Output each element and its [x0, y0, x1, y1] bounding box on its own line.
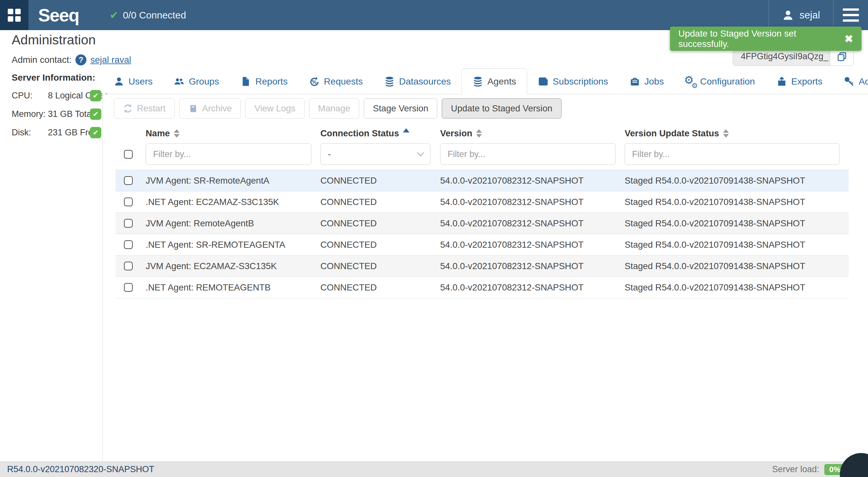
column-header-connection-status[interactable]: Connection Status	[320, 128, 440, 139]
table-filter-row: -	[116, 143, 848, 165]
table-row[interactable]: .NET Agent: EC2AMAZ-S3C135KCONNECTED54.0…	[116, 191, 848, 213]
table-row[interactable]: JVM Agent: SR-RemoteAgentACONNECTED54.0.…	[116, 170, 848, 191]
tab-requests[interactable]: %Requests	[299, 68, 373, 94]
restart-button: Restart	[114, 98, 175, 119]
version-cell: 54.0.0-v202107082312-SNAPSHOT	[440, 176, 625, 186]
column-header-version-update-status[interactable]: Version Update Status	[625, 128, 848, 139]
user-icon	[114, 76, 124, 87]
button-label: Archive	[202, 103, 232, 114]
copy-icon	[836, 51, 847, 62]
manage-button: Manage	[309, 98, 359, 119]
update-to-staged-version-button[interactable]: Update to Staged Version	[442, 98, 561, 119]
table-body: JVM Agent: SR-RemoteAgentACONNECTED54.0.…	[116, 170, 848, 298]
agent-name-cell: JVM Agent: EC2AMAZ-S3C135K	[146, 261, 320, 271]
tab-exports[interactable]: Exports	[766, 68, 833, 94]
user-icon	[782, 9, 794, 21]
button-label: Update to Staged Version	[451, 103, 552, 114]
version-update-status-cell: Staged R54.0.0-v202107091438-SNAPSHOT	[625, 176, 848, 186]
admin-contact-label: Admin contact:	[12, 55, 71, 65]
chevron-down-icon	[417, 149, 424, 157]
version-filter-input[interactable]	[440, 144, 616, 165]
version-cell: 54.0.0-v202107082312-SNAPSHOT	[440, 240, 625, 250]
version-update-status-cell: Staged R54.0.0-v202107091438-SNAPSHOT	[625, 282, 848, 293]
connection-status-cell: CONNECTED	[320, 240, 440, 250]
sort-icon	[174, 129, 180, 138]
close-icon[interactable]: ✖	[838, 33, 853, 45]
tab-jobs[interactable]: Jobs	[619, 68, 675, 94]
tab-users[interactable]: Users	[103, 68, 163, 94]
row-checkbox[interactable]	[124, 283, 133, 292]
name-filter-input[interactable]	[146, 144, 311, 165]
archive-icon	[188, 103, 198, 113]
page-title: Administration	[12, 32, 96, 48]
database-icon	[384, 76, 395, 87]
tab-access-keys[interactable]: Access Keys	[833, 68, 868, 94]
column-header-name[interactable]: Name	[146, 128, 320, 139]
row-checkbox[interactable]	[124, 176, 133, 185]
row-checkbox[interactable]	[124, 219, 133, 228]
tab-label: Jobs	[644, 76, 664, 87]
table-row[interactable]: JVM Agent: RemoteAgentBCONNECTED54.0.0-v…	[116, 213, 848, 234]
archive-button: Archive	[179, 98, 241, 119]
server-info-heading: Server Information:	[12, 72, 109, 83]
database-icon	[472, 76, 483, 87]
tab-datasources[interactable]: Datasources	[373, 68, 462, 94]
toast-message: Update to Staged Version set successfull…	[678, 29, 838, 49]
sort-icon	[476, 129, 482, 138]
success-toast: Update to Staged Version set successfull…	[670, 27, 862, 51]
hamburger-icon	[843, 8, 859, 11]
tab-label: Subscriptions	[553, 76, 608, 87]
agents-table: Name Connection Status Version Version U…	[116, 126, 848, 298]
username-label: sejal	[799, 9, 820, 21]
hamburger-menu-button[interactable]	[833, 0, 868, 30]
server-info-row: Memory:31 GB Total✔	[12, 109, 109, 120]
table-row[interactable]: JVM Agent: EC2AMAZ-S3C135KCONNECTED54.0.…	[116, 256, 848, 277]
view-logs-button: View Logs	[245, 98, 304, 119]
admin-contact: Admin contact: ? sejal raval	[12, 54, 131, 65]
sort-asc-icon	[403, 128, 409, 132]
check-badge-icon: ✔	[90, 90, 101, 101]
stage-version-button[interactable]: Stage Version	[364, 98, 437, 119]
tab-reports[interactable]: Reports	[230, 68, 299, 94]
help-icon[interactable]: ?	[75, 54, 86, 65]
tab-label: Access Keys	[859, 76, 868, 87]
version-update-status-cell: Staged R54.0.0-v202107091438-SNAPSHOT	[625, 197, 848, 207]
tab-groups[interactable]: Groups	[163, 68, 229, 94]
version-cell: 54.0.0-v202107082312-SNAPSHOT	[440, 282, 625, 293]
version-update-status-cell: Staged R54.0.0-v202107091438-SNAPSHOT	[625, 261, 848, 271]
column-header-version[interactable]: Version	[440, 128, 625, 139]
select-all-checkbox[interactable]	[124, 150, 133, 159]
svg-text:%: %	[312, 79, 316, 85]
row-checkbox[interactable]	[124, 198, 133, 206]
table-row[interactable]: .NET Agent: REMOTEAGENTBCONNECTED54.0.0-…	[116, 277, 848, 298]
button-label: View Logs	[254, 103, 295, 114]
version-update-status-filter-input[interactable]	[625, 144, 839, 165]
newspaper-icon	[538, 76, 549, 87]
tab-label: Requests	[324, 76, 363, 87]
row-checkbox[interactable]	[124, 240, 133, 249]
tab-label: Users	[128, 76, 152, 87]
table-row[interactable]: .NET Agent: SR-REMOTEAGENTACONNECTED54.0…	[116, 234, 848, 256]
version-cell: 54.0.0-v202107082312-SNAPSHOT	[440, 218, 625, 229]
check-icon: ✔	[110, 9, 119, 21]
connection-status-cell: CONNECTED	[320, 218, 440, 229]
tab-agents[interactable]: Agents	[462, 68, 527, 94]
users-icon	[174, 76, 184, 87]
admin-contact-link[interactable]: sejal raval	[90, 55, 131, 65]
connection-status-filter-select[interactable]: -	[320, 144, 430, 165]
tab-label: Exports	[791, 76, 823, 87]
row-checkbox[interactable]	[124, 262, 133, 270]
tab-label: Agents	[487, 76, 516, 87]
version-update-status-cell: Staged R54.0.0-v202107091438-SNAPSHOT	[625, 218, 848, 229]
server-info-row: Disk:231 GB Free✔	[12, 127, 109, 138]
app-grid-button[interactable]	[0, 0, 29, 30]
server-info-row: CPU:8 Logical Cores✔	[12, 90, 109, 101]
version-cell: 54.0.0-v202107082312-SNAPSHOT	[440, 261, 625, 271]
status-bar: R54.0.0-v202107082320-SNAPSHOT Server lo…	[0, 461, 868, 477]
tab-subscriptions[interactable]: Subscriptions	[527, 68, 619, 94]
agent-name-cell: JVM Agent: SR-RemoteAgentA	[146, 176, 320, 186]
user-menu[interactable]: sejal	[769, 0, 833, 30]
briefcase-icon	[629, 76, 640, 87]
tab-label: Datasources	[399, 76, 451, 87]
tab-configuration[interactable]: ⚙⚙Configuration	[675, 68, 766, 94]
